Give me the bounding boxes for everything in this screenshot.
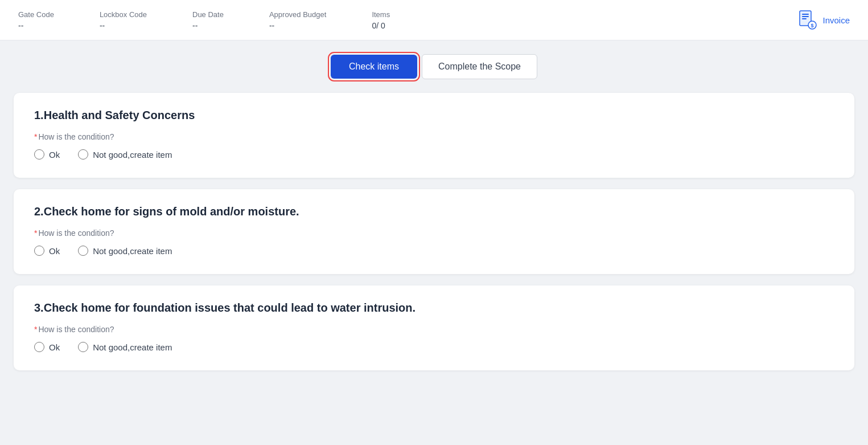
radio-notgood-label-2: Not good,create item — [93, 246, 172, 256]
section-number-2: 2. — [34, 205, 44, 218]
required-star-3: * — [34, 325, 37, 334]
condition-label-3: *How is the condition? — [34, 325, 834, 334]
complete-scope-button[interactable]: Complete the Scope — [422, 54, 537, 79]
section-title-3: 3.Check home for foundation issues that … — [34, 301, 834, 315]
section-heading-2: Check home for signs of mold and/or mois… — [44, 205, 299, 218]
gate-code-label: Gate Code — [18, 10, 54, 19]
gate-code-value: -- — [18, 21, 54, 30]
radio-group-1: Ok Not good,create item — [34, 149, 834, 160]
lockbox-code-label: Lockbox Code — [100, 10, 147, 19]
section-card-1: 1.Health and Safety Concerns *How is the… — [14, 93, 854, 178]
approved-budget-field: Approved Budget -- — [269, 10, 326, 30]
items-field: Items 0/ 0 — [372, 10, 390, 30]
radio-notgood-input-3[interactable] — [78, 342, 88, 352]
section-title-1: 1.Health and Safety Concerns — [34, 109, 834, 122]
section-number-3: 3. — [34, 301, 44, 314]
radio-ok-label-1: Ok — [49, 150, 60, 160]
radio-notgood-label-1: Not good,create item — [93, 150, 172, 160]
svg-rect-2 — [802, 16, 809, 17]
required-star-2: * — [34, 228, 37, 238]
actions-bar: Check items Complete the Scope — [0, 40, 868, 93]
radio-notgood-1[interactable]: Not good,create item — [78, 149, 172, 160]
radio-group-2: Ok Not good,create item — [34, 246, 834, 256]
radio-ok-1[interactable]: Ok — [34, 149, 60, 160]
radio-ok-label-3: Ok — [49, 342, 60, 352]
section-card-3: 3.Check home for foundation issues that … — [14, 285, 854, 370]
section-card-2: 2.Check home for signs of mold and/or mo… — [14, 189, 854, 274]
condition-label-2: *How is the condition? — [34, 228, 834, 238]
invoice-link[interactable]: Invoice — [822, 15, 850, 25]
radio-group-3: Ok Not good,create item — [34, 342, 834, 352]
radio-ok-input-1[interactable] — [34, 149, 44, 160]
required-star-1: * — [34, 132, 37, 141]
radio-notgood-input-2[interactable] — [78, 246, 88, 256]
gate-code-field: Gate Code -- — [18, 10, 54, 30]
lockbox-code-field: Lockbox Code -- — [100, 10, 147, 30]
top-info-bar: Gate Code -- Lockbox Code -- Due Date --… — [0, 0, 868, 40]
svg-text:$: $ — [811, 23, 814, 28]
svg-rect-1 — [802, 14, 809, 15]
section-number-1: 1. — [34, 109, 44, 121]
radio-notgood-input-1[interactable] — [78, 149, 88, 160]
radio-notgood-2[interactable]: Not good,create item — [78, 246, 172, 256]
items-value: 0/ 0 — [372, 21, 390, 30]
radio-ok-label-2: Ok — [49, 246, 60, 256]
due-date-label: Due Date — [192, 10, 224, 19]
radio-ok-2[interactable]: Ok — [34, 246, 60, 256]
section-heading-1: Health and Safety Concerns — [44, 109, 195, 121]
radio-ok-input-2[interactable] — [34, 246, 44, 256]
radio-ok-3[interactable]: Ok — [34, 342, 60, 352]
section-title-2: 2.Check home for signs of mold and/or mo… — [34, 205, 834, 218]
invoice-area: $ Invoice — [796, 9, 850, 31]
main-content: 1.Health and Safety Concerns *How is the… — [0, 93, 868, 389]
due-date-field: Due Date -- — [192, 10, 224, 30]
condition-label-1: *How is the condition? — [34, 132, 834, 141]
approved-budget-label: Approved Budget — [269, 10, 326, 19]
due-date-value: -- — [192, 21, 224, 30]
check-items-button[interactable]: Check items — [331, 55, 417, 79]
radio-notgood-label-3: Not good,create item — [93, 342, 172, 352]
invoice-icon: $ — [796, 9, 818, 31]
svg-rect-3 — [802, 18, 807, 19]
radio-notgood-3[interactable]: Not good,create item — [78, 342, 172, 352]
lockbox-code-value: -- — [100, 21, 147, 30]
items-label: Items — [372, 10, 390, 19]
approved-budget-value: -- — [269, 21, 326, 30]
section-heading-3: Check home for foundation issues that co… — [44, 301, 416, 314]
radio-ok-input-3[interactable] — [34, 342, 44, 352]
